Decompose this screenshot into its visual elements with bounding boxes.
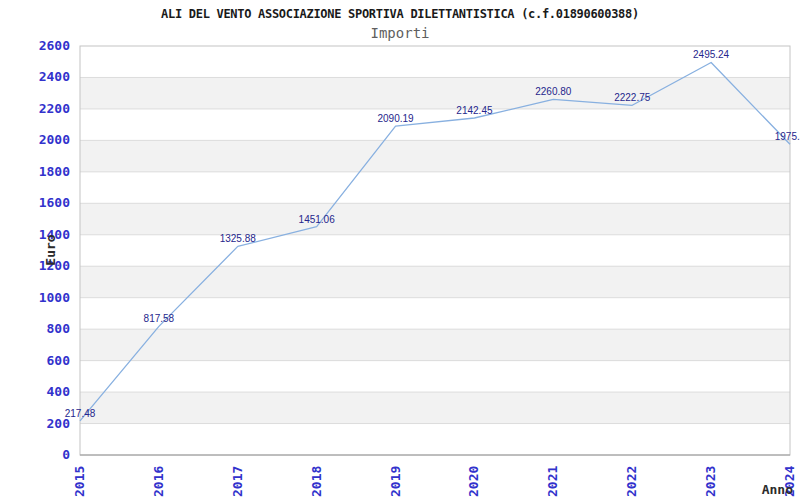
data-line: [80, 63, 790, 421]
y-tick-label: 2000: [39, 132, 70, 147]
x-tick-label: 2021: [545, 466, 560, 497]
x-tick-label: 2017: [230, 466, 245, 497]
plot-band: [80, 329, 790, 360]
y-tick-label: 1600: [39, 195, 70, 210]
x-tick-label: 2018: [309, 466, 324, 497]
x-tick-label: 2023: [703, 466, 718, 497]
x-axis-title: Anno: [762, 482, 793, 497]
plot-band: [80, 266, 790, 297]
point-label: 2222.75: [614, 92, 651, 103]
x-tick-label: 2015: [72, 466, 87, 497]
x-tick-label: 2020: [466, 466, 481, 497]
y-tick-label: 2200: [39, 101, 70, 116]
point-label: 2090.19: [377, 113, 414, 124]
y-tick-label: 2600: [39, 38, 70, 53]
plot-band: [80, 392, 790, 423]
point-label: 1325.88: [220, 233, 257, 244]
y-tick-label: 200: [47, 416, 71, 431]
x-tick-label: 2022: [624, 466, 639, 497]
point-label: 1975.3: [775, 131, 800, 142]
y-tick-label: 600: [47, 353, 71, 368]
y-tick-label: 400: [47, 384, 71, 399]
point-label: 2142.45: [456, 105, 493, 116]
plot-band: [80, 77, 790, 108]
y-tick-label: 800: [47, 321, 71, 336]
y-tick-label: 0: [62, 447, 70, 462]
y-axis-title: Euro: [43, 234, 58, 265]
chart-page: ALI DEL VENTO ASSOCIAZIONE SPORTIVA DILE…: [0, 0, 800, 500]
point-label: 817.58: [144, 313, 175, 324]
plot-band: [80, 140, 790, 171]
line-chart-canvas: 217.48817.581325.881451.062090.192142.45…: [0, 0, 800, 500]
point-label: 2260.80: [535, 86, 572, 97]
x-tick-label: 2019: [388, 466, 403, 497]
y-tick-label: 2400: [39, 69, 70, 84]
x-tick-label: 2016: [151, 466, 166, 497]
point-label: 1451.06: [299, 214, 336, 225]
plot-band: [80, 203, 790, 234]
y-tick-label: 1000: [39, 290, 70, 305]
y-tick-label: 1800: [39, 164, 70, 179]
point-label: 2495.24: [693, 49, 730, 60]
